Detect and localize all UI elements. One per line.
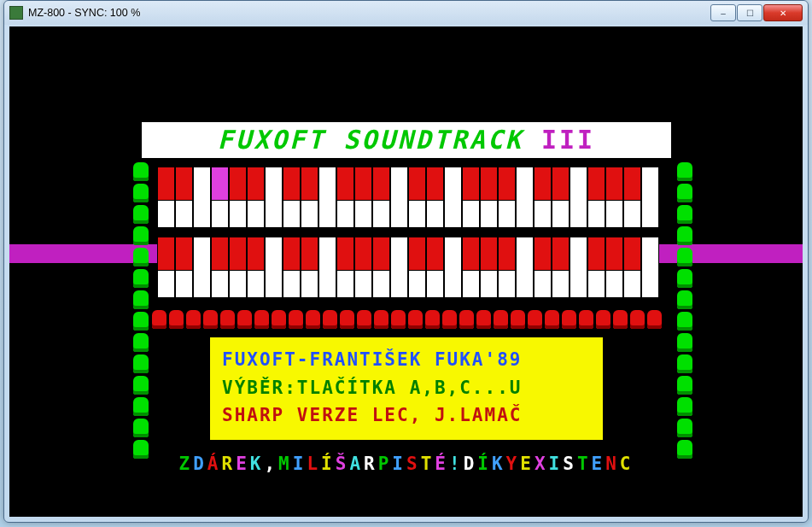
black-key[interactable] bbox=[229, 237, 247, 271]
scroller-char: S bbox=[406, 454, 421, 474]
green-tube bbox=[677, 397, 692, 416]
scroller-char: M bbox=[278, 454, 293, 474]
black-key[interactable] bbox=[462, 237, 480, 271]
black-key[interactable] bbox=[336, 167, 354, 201]
black-key[interactable] bbox=[408, 237, 426, 271]
black-key[interactable] bbox=[283, 237, 301, 271]
scroller-char: Š bbox=[336, 454, 350, 474]
title-suffix: III bbox=[541, 125, 595, 155]
black-key[interactable] bbox=[587, 167, 605, 201]
scroller-char: , bbox=[264, 454, 278, 474]
scroller-char: Y bbox=[506, 454, 521, 474]
green-tube bbox=[677, 333, 692, 352]
black-key[interactable] bbox=[498, 167, 516, 201]
black-key-gap bbox=[193, 237, 211, 271]
black-key[interactable] bbox=[372, 237, 390, 271]
scroller-char: P bbox=[378, 454, 393, 474]
red-pill bbox=[476, 310, 491, 329]
black-key[interactable] bbox=[605, 167, 623, 201]
scroller-char: ! bbox=[449, 454, 464, 474]
black-key[interactable] bbox=[552, 167, 570, 201]
red-pill bbox=[237, 310, 252, 329]
green-tube bbox=[677, 269, 692, 288]
scroller-char: C bbox=[620, 454, 634, 474]
green-tube bbox=[677, 440, 692, 459]
scroller-char: É bbox=[435, 454, 449, 474]
red-pill bbox=[613, 310, 628, 329]
red-pill bbox=[220, 310, 235, 329]
red-pill bbox=[169, 310, 184, 329]
info-line-2: VÝBĚR:TLAČÍTKA A,B,C...U bbox=[222, 374, 591, 402]
red-pill bbox=[306, 310, 320, 329]
black-key[interactable] bbox=[301, 167, 318, 201]
red-pill bbox=[357, 310, 371, 329]
black-key[interactable] bbox=[480, 237, 498, 271]
red-indicator-row bbox=[143, 310, 669, 329]
scroller-char: E bbox=[592, 454, 606, 474]
red-pill bbox=[152, 310, 166, 329]
black-key[interactable] bbox=[354, 167, 372, 201]
black-key[interactable] bbox=[623, 167, 641, 201]
black-key[interactable] bbox=[480, 167, 498, 201]
scroller-char: R bbox=[364, 454, 378, 474]
black-key[interactable] bbox=[354, 237, 372, 271]
black-key[interactable] bbox=[372, 167, 390, 201]
scroller-char: I bbox=[293, 454, 307, 474]
scroller-char: X bbox=[535, 454, 549, 474]
black-key[interactable] bbox=[408, 167, 426, 201]
scroller-char: Z bbox=[179, 454, 194, 474]
black-key[interactable] bbox=[623, 237, 641, 271]
black-key[interactable] bbox=[534, 237, 552, 271]
black-key[interactable] bbox=[175, 167, 193, 201]
black-key[interactable] bbox=[587, 237, 605, 271]
black-key[interactable] bbox=[301, 237, 318, 271]
black-key[interactable] bbox=[462, 167, 480, 201]
black-key[interactable] bbox=[283, 167, 301, 201]
titlebar[interactable]: MZ-800 - SYNC: 100 % – ☐ ✕ bbox=[4, 1, 808, 25]
black-key[interactable] bbox=[211, 237, 229, 271]
black-key[interactable] bbox=[552, 237, 570, 271]
scroller-char: I bbox=[549, 454, 564, 474]
red-pill bbox=[630, 310, 645, 329]
black-key-gap bbox=[444, 237, 462, 271]
scroller-char: T bbox=[421, 454, 435, 474]
red-pill bbox=[254, 310, 269, 329]
black-keys bbox=[157, 237, 659, 271]
scroller-char: N bbox=[605, 454, 620, 474]
red-pill bbox=[374, 310, 388, 329]
red-pill bbox=[272, 310, 286, 329]
black-key[interactable] bbox=[426, 167, 444, 201]
red-pill bbox=[289, 310, 303, 329]
scroller-char: T bbox=[577, 454, 592, 474]
black-key[interactable] bbox=[605, 237, 623, 271]
close-button[interactable]: ✕ bbox=[763, 4, 803, 21]
scroller-char: S bbox=[563, 454, 577, 474]
scroller-char: D bbox=[464, 454, 478, 474]
main-panel: FUXOFT SOUNDTRACK III FUXOFT-FRANTIŠEK F… bbox=[142, 122, 671, 474]
red-pill bbox=[459, 310, 474, 329]
black-key[interactable] bbox=[498, 237, 516, 271]
black-key[interactable] bbox=[247, 237, 265, 271]
black-key[interactable] bbox=[534, 167, 552, 201]
black-key[interactable] bbox=[229, 167, 247, 201]
scroller-char: Á bbox=[207, 454, 222, 474]
scroller-char: R bbox=[221, 454, 236, 474]
black-key-gap bbox=[390, 237, 408, 271]
maximize-button[interactable]: ☐ bbox=[737, 4, 762, 21]
black-key[interactable] bbox=[211, 167, 229, 201]
black-key[interactable] bbox=[157, 167, 175, 201]
black-keys bbox=[157, 167, 659, 201]
black-key[interactable] bbox=[247, 167, 265, 201]
green-tube bbox=[677, 184, 692, 202]
black-key[interactable] bbox=[336, 237, 354, 271]
black-key-gap bbox=[570, 237, 587, 271]
red-pill bbox=[323, 310, 337, 329]
scroller-char: Í bbox=[321, 454, 336, 474]
red-pill bbox=[340, 310, 354, 329]
black-key[interactable] bbox=[175, 237, 193, 271]
black-key[interactable] bbox=[426, 237, 444, 271]
black-key[interactable] bbox=[157, 237, 175, 271]
green-tube bbox=[677, 376, 692, 395]
minimize-button[interactable]: – bbox=[710, 4, 736, 21]
title-banner: FUXOFT SOUNDTRACK III bbox=[142, 122, 671, 158]
